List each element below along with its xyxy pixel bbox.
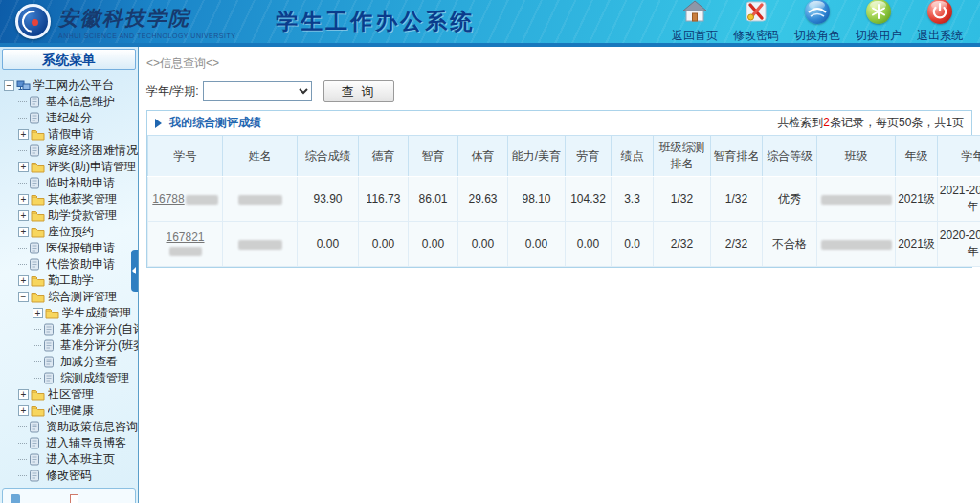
- column-header: 体育: [458, 136, 508, 177]
- switch-role-label: 切换角色: [787, 28, 848, 44]
- expand-toggle-icon[interactable]: −: [18, 292, 29, 302]
- header-actions: 返回首页 修改密码: [664, 0, 970, 44]
- tree-item[interactable]: +社区管理: [2, 386, 138, 403]
- table-cell: 2021-2022学年: [938, 177, 980, 222]
- tree-item[interactable]: +座位预约: [2, 224, 138, 240]
- tree-item[interactable]: 基准分评分(自评): [2, 321, 138, 338]
- expand-toggle-icon[interactable]: +: [18, 194, 29, 205]
- masked-text: [186, 195, 218, 205]
- page-icon: [29, 421, 43, 433]
- expand-toggle-icon[interactable]: +: [18, 162, 29, 172]
- tree-item[interactable]: 基准分评分(班委): [2, 338, 138, 354]
- tree-item-label: 违纪处分: [46, 110, 92, 126]
- year-term-select[interactable]: [203, 81, 312, 101]
- table-cell: 3.3: [612, 177, 654, 222]
- change-password-button[interactable]: 修改密码: [725, 0, 787, 44]
- table-cell: 93.90: [298, 177, 359, 222]
- page-icon: [29, 453, 43, 466]
- student-id-link[interactable]: 16788: [152, 192, 217, 206]
- panel-title: 我的综合测评成绩: [169, 115, 261, 131]
- table-cell: 1/32: [654, 177, 711, 222]
- page-icon: [29, 144, 43, 157]
- table-cell: 0.00: [298, 222, 359, 267]
- logout-icon: [927, 0, 952, 24]
- tree-item[interactable]: 临时补助申请: [2, 175, 138, 191]
- folder-icon: [31, 161, 45, 173]
- masked-text: [821, 240, 892, 250]
- tree-item[interactable]: +其他获奖管理: [2, 191, 138, 208]
- expand-toggle-icon[interactable]: +: [18, 275, 29, 286]
- tree-item[interactable]: −学工网办公平台: [2, 77, 138, 94]
- table-cell: 0.00: [508, 222, 566, 267]
- expand-toggle-icon[interactable]: +: [18, 210, 29, 221]
- expand-toggle-icon[interactable]: +: [18, 389, 29, 400]
- home-icon: [682, 0, 707, 24]
- page-icon: [29, 258, 43, 271]
- switch-role-button[interactable]: 切换角色: [787, 0, 848, 44]
- expand-toggle-icon[interactable]: +: [18, 227, 29, 237]
- search-button[interactable]: 查 询: [323, 80, 394, 102]
- table-cell: [817, 222, 896, 267]
- tree-item[interactable]: +勤工助学: [2, 273, 138, 289]
- tree-item[interactable]: 加减分查看: [2, 354, 138, 370]
- masked-text: [238, 195, 282, 205]
- tree-item-label: 资助政策信息咨询: [46, 419, 138, 435]
- tree-item-label: 进入本班主页: [46, 451, 115, 468]
- tree-item-label: 勤工助学: [48, 273, 94, 289]
- table-header-row: 学号姓名综合成绩德育智育体育能力/美育劳育绩点班级综测排名智育排名综合等级班级年…: [148, 136, 980, 177]
- logout-button[interactable]: 退出系统: [909, 0, 970, 44]
- expand-toggle-icon[interactable]: +: [33, 308, 43, 318]
- school-subtitle: ANHUI SCIENCE AND TECHNOLOGY UNIVERSITY: [58, 33, 235, 39]
- tree-connector: [18, 150, 27, 151]
- footer-mini-icon: [11, 494, 20, 503]
- tree-item[interactable]: +学生成绩管理: [2, 305, 138, 321]
- tree-item[interactable]: 家庭经济困难情况查看: [2, 142, 138, 159]
- tree-item[interactable]: +助学贷款管理: [2, 208, 138, 224]
- tree-item-label: 进入辅导员博客: [46, 435, 126, 451]
- tree-item[interactable]: +评奖(助)申请管理: [2, 159, 138, 175]
- page-icon: [43, 339, 57, 352]
- tree-item[interactable]: +请假申请: [2, 126, 138, 142]
- page-icon: [29, 112, 43, 124]
- student-id-link[interactable]: 167821: [166, 230, 204, 257]
- tree-item[interactable]: 进入本班主页: [2, 451, 138, 468]
- tree-item[interactable]: 资助政策信息咨询: [2, 419, 138, 435]
- footer-doc-icon: [70, 494, 78, 503]
- column-header: 绩点: [612, 136, 654, 177]
- expand-toggle-icon[interactable]: +: [18, 129, 29, 140]
- table-body: 1678893.90116.7386.0129.6398.10104.323.3…: [148, 177, 980, 267]
- table-cell: 104.32: [566, 177, 612, 222]
- column-header: 智育: [409, 136, 458, 177]
- year-term-label: 学年/学期:: [146, 83, 199, 99]
- table-cell: 0.00: [359, 222, 409, 267]
- folder-icon: [45, 307, 59, 319]
- tree-item[interactable]: 修改密码: [2, 468, 138, 484]
- tree-item-label: 临时补助申请: [46, 175, 115, 191]
- tree-item[interactable]: 基本信息维护: [2, 94, 138, 110]
- tree-item[interactable]: 代偿资助申请: [2, 256, 138, 273]
- tree-item[interactable]: −综合测评管理: [2, 289, 138, 305]
- folder-icon: [31, 291, 45, 303]
- switch-user-button[interactable]: 切换用户: [848, 0, 909, 44]
- tree-connector: [18, 475, 27, 476]
- tree-item[interactable]: 医保报销申请: [2, 240, 138, 256]
- tree-item[interactable]: 违纪处分: [2, 110, 138, 126]
- page-title: 学生工作办公系统: [276, 7, 475, 36]
- column-header: 综合等级: [763, 136, 817, 177]
- sidebar-collapse-handle[interactable]: [131, 250, 138, 292]
- tree-item[interactable]: 综测成绩管理: [2, 370, 138, 386]
- tree-item[interactable]: 进入辅导员博客: [2, 435, 138, 451]
- tree-item[interactable]: +心理健康: [2, 403, 138, 419]
- table-cell: 2021级: [896, 177, 938, 222]
- table-cell: 0.00: [458, 222, 508, 267]
- folder-icon: [31, 226, 45, 238]
- expand-toggle-icon[interactable]: −: [4, 80, 14, 91]
- folder-icon: [31, 405, 45, 417]
- menu-tree: −学工网办公平台基本信息维护违纪处分+请假申请家庭经济困难情况查看+评奖(助)申…: [0, 72, 138, 484]
- masked-text: [821, 195, 892, 205]
- sidebar-footer-bar[interactable]: [2, 488, 136, 503]
- expand-toggle-icon[interactable]: +: [18, 405, 29, 416]
- switch-user-label: 切换用户: [848, 28, 909, 44]
- home-button[interactable]: 返回首页: [664, 0, 725, 44]
- school-name: 安徽科技学院: [58, 5, 235, 32]
